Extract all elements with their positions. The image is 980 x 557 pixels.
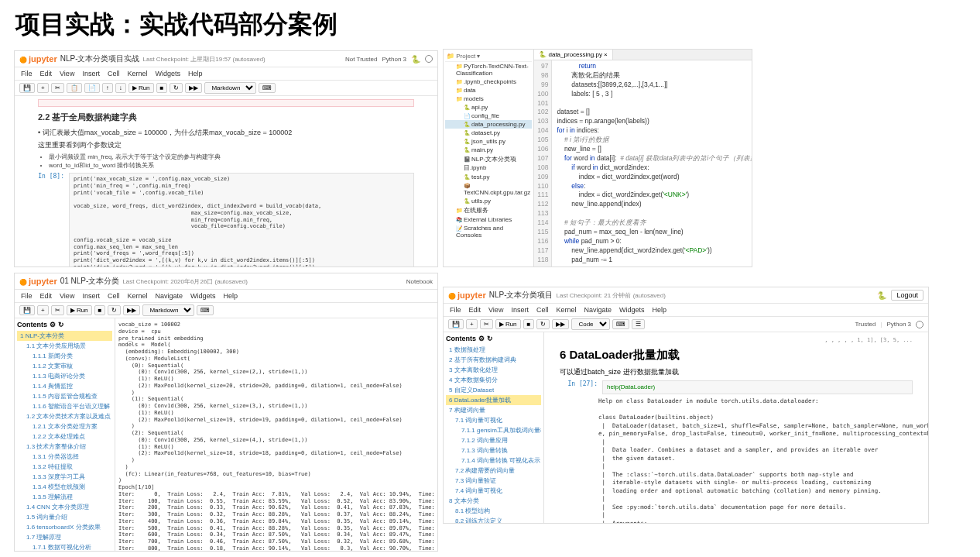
toc-item[interactable]: 7.1 词向量可视化	[446, 415, 541, 425]
trust-badge[interactable]: Not Trusted	[345, 56, 377, 63]
code-editor[interactable]: 97 98 99 100 101 102 103 104 105 106 107…	[534, 60, 752, 267]
toc-item[interactable]: 8 文本分类	[446, 496, 541, 506]
section-heading[interactable]: 6 DataLoader批量加载	[560, 348, 913, 363]
toc-item[interactable]: 4 文本数据集切分	[446, 375, 541, 385]
code-cell[interactable]: In [27]: help(DataLoader)	[560, 380, 913, 394]
menu-file[interactable]: File	[450, 306, 461, 314]
tree-item[interactable]: 🐍utils.py	[445, 197, 532, 205]
jupyter-logo[interactable]: jupyter	[19, 54, 57, 64]
command-palette-button[interactable]: ⌨	[197, 305, 214, 315]
tree-item[interactable]: 🐍data_processing.py	[445, 120, 532, 129]
toc-item[interactable]: 8.1 模型结构	[446, 506, 541, 516]
toc-item[interactable]: 1 数据预处理	[446, 345, 541, 355]
toc-item[interactable]: 1.7 理解原理	[17, 532, 112, 542]
add-cell-button[interactable]: +	[37, 305, 49, 315]
menu-help[interactable]: Help	[188, 70, 203, 77]
toc-item[interactable]: 1.4 CNN 文本分类原理	[17, 502, 112, 512]
tree-item[interactable]: 📝Scratches and Consoles	[445, 224, 532, 239]
run-button[interactable]: ▶ Run	[67, 305, 92, 315]
toc-item[interactable]: 5 自定义Dataset	[446, 385, 541, 395]
code-cell[interactable]: In [8]: print('max_vocab_size = ',config…	[38, 173, 414, 267]
run-button[interactable]: ▶ Run	[495, 319, 521, 329]
menu-help[interactable]: Help	[652, 306, 666, 314]
menu-file[interactable]: File	[21, 70, 33, 77]
tree-item[interactable]: 🐍api.py	[445, 103, 532, 112]
move-down-button[interactable]: ↓	[115, 83, 126, 93]
toc-item[interactable]: 1.2.2 文本处理难点	[17, 432, 112, 442]
command-palette-button[interactable]: ⌨	[259, 83, 276, 93]
celltype-select[interactable]: Code	[571, 318, 610, 330]
toc-toggle-button[interactable]: ☰	[632, 319, 645, 329]
menu-widgets[interactable]: Widgets	[190, 292, 216, 300]
menu-edit[interactable]: Edit	[469, 306, 481, 314]
editor-tab[interactable]: 🐍 data_processing.py ×	[534, 50, 613, 60]
toc-item[interactable]: 7.2 构建需要的词向量	[446, 466, 541, 476]
toc-item[interactable]: 7.3 词向量验证	[446, 476, 541, 486]
kernel-indicator[interactable]	[916, 321, 923, 328]
toc-item[interactable]: 1.1 文本分类应用场景	[17, 341, 112, 351]
stop-button[interactable]: ■	[156, 83, 168, 93]
save-button[interactable]: 💾	[448, 319, 464, 329]
toc-item[interactable]: 1.6 tensorboardX 分类效果	[17, 522, 112, 532]
project-header[interactable]: 📁 Project ▾	[445, 51, 532, 62]
celltype-select[interactable]: Markdown	[142, 304, 194, 316]
menu-edit[interactable]: Edit	[40, 292, 53, 300]
toc-item[interactable]: 7 构建词向量	[446, 405, 541, 415]
markdown-heading[interactable]: 2.2 基于全局数据构建字典	[38, 112, 414, 123]
tree-item[interactable]: 📁在线服务	[445, 205, 532, 215]
menu-navigate[interactable]: Navigate	[155, 292, 183, 300]
menu-kernel[interactable]: Kernel	[556, 306, 576, 314]
add-cell-button[interactable]: +	[466, 319, 478, 329]
notebook-title[interactable]: 01 NLP-文本分类	[60, 276, 120, 287]
toc-item[interactable]: 8.2 训练方法定义	[446, 516, 541, 523]
tree-item[interactable]: 🐍main.py	[445, 146, 532, 154]
tree-item[interactable]: 📁.ipynb_checkpoints	[445, 77, 532, 86]
tree-item[interactable]: 🐍json_utils.py	[445, 137, 532, 146]
logout-button[interactable]: Logout	[891, 290, 923, 301]
toc-sidebar[interactable]: Contents ⚙ ↻ 1 NLP-文本分类1.1 文本分类应用场景1.1.1…	[15, 318, 115, 551]
cut-button[interactable]: ✂	[480, 319, 493, 329]
tree-item[interactable]: 🐍dataset.py	[445, 129, 532, 137]
toc-item[interactable]: 1.5 词向量介绍	[17, 512, 112, 522]
tree-item[interactable]: 📓NLP-文本分类项目.ipynb	[445, 154, 532, 173]
toc-item[interactable]: 1.1.1 新闻分类	[17, 351, 112, 361]
toc-item[interactable]: 7.1.3 词向量转换	[446, 445, 541, 456]
menu-cell[interactable]: Cell	[108, 70, 120, 77]
tree-item[interactable]: 📁models	[445, 95, 532, 103]
restart-button[interactable]: ↻	[536, 319, 550, 329]
project-tree[interactable]: 📁 Project ▾ 📁PyTorch-TextCNN-Text-Classi…	[444, 50, 534, 266]
menu-cell[interactable]: Cell	[108, 292, 120, 300]
jupyter-logo[interactable]: jupyter	[19, 277, 57, 286]
toc-item[interactable]: 1.3.4 模型在线预测	[17, 482, 112, 492]
toc-item[interactable]: 1.3.1 分类器选择	[17, 452, 112, 462]
toc-item[interactable]: 1.1.4 舆情监控	[17, 381, 112, 391]
menu-file[interactable]: File	[21, 292, 33, 300]
toc-item[interactable]: 1.3 技术方案整体介绍	[17, 442, 112, 452]
toc-item[interactable]: 7.1.1 gensim工具加载词向量模型	[446, 425, 541, 435]
cut-button[interactable]: ✂	[51, 305, 64, 315]
menu-insert[interactable]: Insert	[511, 306, 529, 314]
toc-item[interactable]: 1.1.6 智能语音平台语义理解	[17, 401, 112, 411]
toc-item[interactable]: 1.1.2 文案审核	[17, 361, 112, 371]
fastfw-button[interactable]: ▶▶	[123, 305, 140, 315]
run-button[interactable]: ▶ Run	[128, 83, 154, 93]
toc-item[interactable]: 2 基于所有数据构建词典	[446, 355, 541, 365]
code-lines[interactable]: return 离散化后的结果 datasets:[[3899,2,62,...]…	[552, 60, 752, 267]
menu-help[interactable]: Help	[223, 292, 238, 300]
add-cell-button[interactable]: +	[37, 83, 49, 93]
restart-button[interactable]: ↻	[170, 83, 183, 93]
tree-item[interactable]: 📄config_file	[445, 112, 532, 120]
tree-item[interactable]: 🐍test.py	[445, 173, 532, 181]
menu-view[interactable]: View	[60, 70, 74, 77]
toc-item[interactable]: 7.1.2 词向量应用	[446, 435, 541, 445]
tree-item[interactable]: 📁data	[445, 86, 532, 95]
notebook-title[interactable]: NLP-文本分类项目实战	[60, 53, 140, 64]
kernel-name[interactable]: Python 3	[382, 56, 406, 63]
toc-item[interactable]: 3 文本离散化处理	[446, 365, 541, 375]
menu-cell[interactable]: Cell	[536, 306, 549, 314]
toc-sidebar[interactable]: Contents ⚙ ↻ 1 数据预处理2 基于所有数据构建词典3 文本离散化处…	[444, 332, 544, 523]
fastfw-button[interactable]: ▶▶	[185, 83, 202, 93]
cut-button[interactable]: ✂	[51, 83, 64, 93]
menu-kernel[interactable]: Kernel	[127, 292, 147, 300]
kernel-name[interactable]: Python 3	[886, 321, 911, 328]
